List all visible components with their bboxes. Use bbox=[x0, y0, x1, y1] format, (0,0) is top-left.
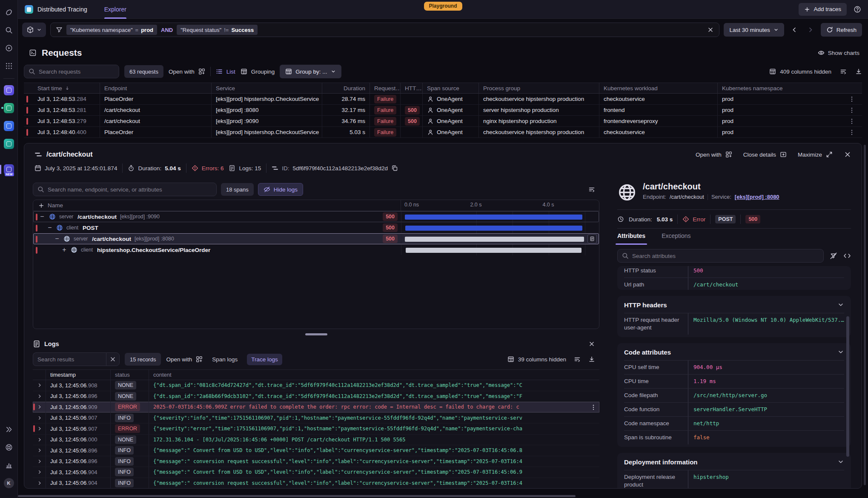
rail-app-tracing-icon[interactable]: NEW bbox=[0, 162, 18, 177]
collapse-span-icon[interactable]: − bbox=[47, 224, 53, 232]
span-bar[interactable] bbox=[405, 237, 584, 242]
logs-open-with-button[interactable]: Open with bbox=[166, 356, 203, 363]
span-log-chip[interactable] bbox=[587, 234, 597, 243]
attribute-row[interactable]: Code filepath/src/net/http/server.go bbox=[624, 388, 844, 402]
close-logs-icon[interactable] bbox=[588, 341, 599, 347]
dynatrace-logo-icon[interactable] bbox=[0, 5, 18, 20]
view-grouping-button[interactable]: Grouping bbox=[241, 68, 275, 75]
show-charts-button[interactable]: Show charts bbox=[818, 49, 862, 56]
rail-app-teal-icon[interactable] bbox=[0, 137, 18, 151]
span-bar[interactable] bbox=[406, 248, 582, 253]
attribute-row[interactable]: CPU time1.19 ms bbox=[624, 374, 844, 388]
expand-row-icon[interactable] bbox=[33, 467, 46, 478]
table-row[interactable]: Jul 3, 12:48:53.284 PlaceOrder [eks][pro… bbox=[24, 94, 862, 105]
expand-row-icon[interactable] bbox=[33, 456, 46, 467]
expand-row-icon[interactable] bbox=[33, 402, 46, 412]
span-row-selected[interactable]: − server /cart/checkout [eks][prod] :808… bbox=[33, 233, 599, 244]
collapse-group-icon[interactable] bbox=[837, 301, 844, 308]
maximize-button[interactable]: Maximize bbox=[798, 151, 833, 158]
filter-off-icon[interactable] bbox=[830, 252, 837, 260]
span-row[interactable]: + client hipstershop.CheckoutService/Pla… bbox=[33, 244, 599, 255]
rail-app-green-icon[interactable] bbox=[0, 101, 18, 115]
collapse-rail-icon[interactable] bbox=[0, 422, 18, 437]
expand-all-icon[interactable] bbox=[38, 203, 44, 209]
col-content[interactable]: content bbox=[149, 370, 599, 380]
query-filter-input[interactable]: "Kubernetes namespace" = prod AND "Reque… bbox=[50, 23, 719, 37]
expand-row-icon[interactable] bbox=[33, 445, 46, 456]
rail-app-purple-icon[interactable] bbox=[0, 83, 18, 97]
col-duration[interactable]: Duration bbox=[322, 83, 370, 93]
expand-row-icon[interactable] bbox=[33, 435, 46, 445]
logs-search-input[interactable] bbox=[37, 356, 102, 363]
collapse-span-icon[interactable]: − bbox=[40, 213, 46, 220]
filter-token-namespace[interactable]: "Kubernetes namespace" = prod bbox=[66, 25, 157, 35]
global-search-icon[interactable] bbox=[0, 23, 18, 37]
view-list-button[interactable]: List bbox=[216, 68, 235, 75]
columns-hidden-button[interactable]: 409 columns hidden bbox=[769, 68, 831, 75]
col-k8s-namespace[interactable]: Kubernetes namespace bbox=[717, 83, 831, 93]
waterfall-settings-icon[interactable] bbox=[588, 186, 599, 193]
tab-attributes[interactable]: Attributes bbox=[617, 232, 645, 244]
collapse-span-icon[interactable]: − bbox=[54, 235, 60, 243]
log-row[interactable]: Jul 3, 12:45:06.907 ERROR {"severity":"e… bbox=[33, 424, 599, 435]
col-request-status[interactable]: Request… bbox=[370, 83, 400, 93]
logs-columns-hidden-button[interactable]: 39 columns hidden bbox=[507, 356, 566, 363]
user-avatar[interactable]: K bbox=[0, 476, 18, 490]
attribute-row[interactable]: HTTP request header user-agent Mozilla/5… bbox=[624, 313, 844, 335]
attribute-row[interactable]: Url path /cart/checkout bbox=[624, 278, 844, 290]
tab-exceptions[interactable]: Exceptions bbox=[662, 232, 690, 244]
log-row[interactable]: Jul 3, 12:45:06.904 INFO {"message":" Co… bbox=[33, 467, 599, 478]
col-k8s-workload[interactable]: Kubernetes workload bbox=[599, 83, 717, 93]
attribute-row[interactable]: Code functionserverHandler.ServeHTTP bbox=[624, 402, 844, 416]
log-row[interactable]: Jul 3, 12:45:06.908 NONE {"dt.span_id":"… bbox=[33, 380, 599, 391]
getting-started-icon[interactable] bbox=[0, 41, 18, 55]
collapse-group-icon[interactable] bbox=[837, 349, 844, 355]
col-start-time[interactable]: Start time bbox=[33, 83, 100, 93]
expand-span-icon[interactable]: + bbox=[61, 246, 67, 254]
tab-trace-logs[interactable]: Trace logs bbox=[247, 354, 282, 365]
time-forward-button[interactable] bbox=[805, 23, 816, 37]
copy-icon[interactable] bbox=[391, 165, 398, 172]
clear-filter-icon[interactable] bbox=[707, 26, 714, 33]
log-row[interactable]: Jul 3, 12:45:06.896 INFO {"message":" Co… bbox=[33, 445, 599, 456]
tab-explorer[interactable]: Explorer bbox=[104, 0, 126, 19]
span-row[interactable]: − server /cart/checkout [eks][prod] :909… bbox=[33, 211, 599, 222]
collapse-group-icon[interactable] bbox=[837, 458, 844, 465]
resize-handle[interactable] bbox=[305, 333, 327, 335]
code-view-icon[interactable] bbox=[843, 252, 851, 260]
close-details-button[interactable]: Close details bbox=[743, 151, 787, 158]
log-row[interactable]: Jul 3, 12:45:06.896 NONE {"dt.span_id":"… bbox=[33, 391, 599, 402]
open-with-button[interactable]: Open with bbox=[169, 68, 205, 75]
tab-span-logs[interactable]: Span logs bbox=[208, 354, 242, 365]
col-process-group[interactable]: Process group bbox=[478, 83, 599, 93]
log-row-selected[interactable]: Jul 3, 12:45:06.909 ERROR 2025-07-03T16:… bbox=[33, 402, 599, 413]
expand-row-icon[interactable] bbox=[33, 391, 46, 402]
metrics-icon[interactable] bbox=[0, 458, 18, 472]
expand-row-icon[interactable] bbox=[33, 478, 46, 489]
row-menu-icon[interactable] bbox=[848, 129, 855, 136]
attribute-row[interactable]: Code namespacenet/http bbox=[624, 416, 844, 430]
rail-app-blue-icon[interactable] bbox=[0, 119, 18, 133]
attribute-row[interactable]: HTTP status 500 bbox=[624, 266, 844, 278]
service-link[interactable]: [eks][prod] :8080 bbox=[735, 194, 779, 200]
attribute-row[interactable]: CPU self time904.00 μs bbox=[624, 360, 844, 374]
time-range-selector[interactable]: Last 30 minutes bbox=[724, 23, 784, 37]
page-scrollbar-horizontal[interactable] bbox=[18, 495, 576, 497]
logs-table-settings-icon[interactable] bbox=[574, 356, 581, 363]
group-by-dropdown[interactable]: Group by: ... bbox=[280, 65, 341, 78]
help-hub-icon[interactable] bbox=[0, 440, 18, 455]
log-row[interactable]: Jul 3, 12:45:06.000 NONE 172.31.36.104 -… bbox=[33, 435, 599, 446]
clear-logs-search-icon[interactable] bbox=[106, 352, 120, 366]
expand-row-icon[interactable] bbox=[33, 424, 46, 434]
row-menu-icon[interactable] bbox=[848, 96, 855, 103]
detail-open-with-button[interactable]: Open with bbox=[696, 151, 732, 158]
attribute-row[interactable]: Deployment release producthipstershop bbox=[624, 470, 844, 489]
row-menu-icon[interactable] bbox=[848, 107, 855, 114]
col-status[interactable]: status bbox=[110, 370, 149, 380]
row-menu-icon[interactable] bbox=[848, 118, 855, 125]
col-span-source[interactable]: Span source bbox=[422, 83, 478, 93]
expand-row-icon[interactable] bbox=[33, 413, 46, 424]
logs-download-icon[interactable] bbox=[588, 356, 595, 363]
attributes-search-input[interactable] bbox=[632, 253, 819, 259]
span-search-input[interactable] bbox=[48, 186, 212, 193]
